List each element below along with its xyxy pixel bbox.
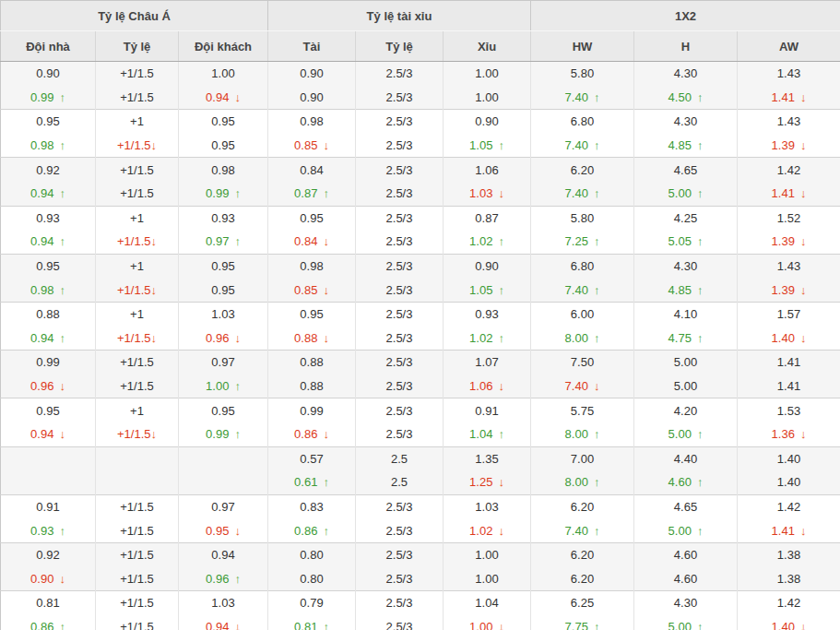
odds-cell: +1	[96, 110, 179, 134]
odds-cell: 2.5/3	[356, 566, 444, 590]
odds-row: 0.95+10.950.992.5/30.915.754.201.53	[1, 398, 840, 422]
odds-value: 6.80	[571, 259, 594, 273]
odds-cell: +1/1.5	[96, 591, 179, 615]
odds-value: 1.43	[777, 66, 800, 80]
odds-value: 1.40	[772, 331, 795, 345]
odds-value: 0.90	[475, 114, 498, 128]
odds-cell: 1.39↓	[738, 230, 840, 254]
odds-row: 0.98↑+1/1.5↓0.950.85↓2.5/31.05↑7.40↑4.85…	[1, 134, 840, 158]
odds-value: +1	[130, 259, 144, 273]
odds-cell: 0.93	[179, 206, 268, 230]
odds-cell: 4.30	[634, 110, 738, 134]
odds-value: 0.94	[206, 90, 229, 104]
odds-value: 2.5/3	[386, 90, 413, 104]
trend-down-icon: ↓	[234, 90, 241, 104]
odds-value: +1	[130, 404, 144, 418]
trend-up-icon: ↑	[697, 427, 704, 441]
odds-cell: 8.00↑	[531, 422, 634, 446]
odds-value: 7.40	[565, 90, 588, 104]
odds-value: 0.90	[475, 259, 498, 273]
odds-value: 0.95	[211, 259, 234, 273]
odds-cell: +1/1.5	[96, 182, 179, 206]
trend-down-icon: ↓	[594, 379, 600, 393]
odds-value: 1.02	[469, 331, 492, 345]
odds-cell: 1.07	[444, 351, 531, 374]
odds-cell: 4.50↑	[634, 86, 738, 110]
trend-up-icon: ↑	[59, 186, 65, 200]
col-header-goal-line: Tỷ lệ	[356, 31, 444, 62]
odds-value: +1/1.5	[120, 90, 154, 104]
section-header-over-under: Tỷ lệ tài xỉu	[268, 1, 531, 31]
trend-up-icon: ↑	[697, 186, 704, 200]
odds-cell: 0.90	[268, 86, 356, 110]
odds-value: 1.03	[211, 596, 234, 610]
odds-cell: 0.95	[179, 110, 268, 134]
trend-up-icon: ↑	[498, 234, 504, 248]
odds-cell: 0.98	[179, 158, 268, 182]
odds-cell: 0.99	[1, 351, 96, 374]
trend-down-icon: ↓	[323, 331, 329, 345]
odds-cell: 1.41↓	[738, 182, 840, 206]
odds-value: 6.20	[571, 548, 594, 562]
odds-value: 1.04	[475, 596, 498, 610]
odds-cell: 0.92	[1, 158, 96, 182]
trend-up-icon: ↑	[59, 331, 65, 345]
odds-value: 0.80	[300, 572, 323, 586]
odds-cell: 0.84↓	[268, 230, 356, 254]
trend-down-icon: ↓	[59, 427, 65, 441]
odds-cell: 1.43	[738, 62, 840, 86]
odds-value: 0.57	[300, 452, 323, 466]
odds-value: 0.85	[294, 283, 317, 297]
odds-value: 0.96	[206, 331, 229, 345]
odds-cell: +1	[96, 398, 179, 422]
odds-value: 0.95	[211, 114, 234, 128]
trend-up-icon: ↑	[59, 234, 65, 248]
odds-value: 4.65	[674, 163, 697, 177]
odds-value: 4.30	[674, 596, 697, 610]
odds-value: 0.98	[211, 163, 234, 177]
odds-value: 1.53	[777, 404, 800, 418]
odds-value: +1/1.5	[120, 596, 154, 610]
odds-cell: +1	[96, 302, 179, 326]
odds-cell: 1.25↓	[444, 470, 531, 494]
odds-cell: 2.5/3	[356, 158, 444, 182]
trend-down-icon: ↓	[800, 90, 807, 104]
odds-cell: 1.00	[444, 566, 531, 590]
trend-down-icon: ↓	[59, 572, 65, 586]
odds-cell: 1.42	[738, 591, 840, 615]
odds-cell: 6.25	[531, 591, 634, 615]
odds-cell: 0.95	[1, 254, 96, 278]
odds-value: 0.84	[294, 234, 317, 248]
odds-cell: 6.20	[531, 566, 634, 590]
odds-cell: 7.40↓	[531, 374, 634, 398]
odds-value: 0.88	[300, 379, 323, 393]
odds-cell: 2.5	[356, 470, 444, 494]
odds-value: 5.05	[668, 234, 692, 248]
odds-value: 2.5/3	[386, 620, 413, 630]
odds-cell: 2.5/3	[356, 134, 444, 158]
odds-cell: 4.65	[634, 494, 738, 518]
trend-up-icon: ↑	[234, 427, 241, 441]
odds-cell: 1.00	[179, 62, 268, 86]
odds-cell: 1.04	[444, 591, 531, 615]
odds-value: 0.80	[300, 548, 323, 562]
odds-value: 1.00	[469, 620, 492, 630]
odds-cell: 1.00	[444, 542, 531, 566]
odds-value: 0.98	[30, 283, 53, 297]
odds-cell: 2.5	[356, 446, 444, 470]
odds-value: +1/1.5	[120, 524, 154, 538]
odds-value: +1/1.5	[120, 548, 154, 562]
odds-value: 0.94	[30, 186, 53, 200]
trend-down-icon: ↓	[151, 283, 158, 297]
odds-value: 0.90	[300, 66, 323, 80]
odds-cell: 7.25↑	[531, 230, 634, 254]
odds-value: 2.5/3	[386, 114, 413, 128]
trend-down-icon: ↓	[498, 524, 504, 538]
odds-value: +1/1.5	[117, 283, 151, 297]
odds-value: 1.04	[469, 427, 492, 441]
odds-value: 0.95	[36, 114, 59, 128]
odds-value: 0.90	[36, 66, 59, 80]
odds-cell: 0.94↓	[1, 422, 96, 446]
odds-cell: 5.00↑	[634, 615, 738, 630]
odds-cell: 0.80	[268, 542, 356, 566]
